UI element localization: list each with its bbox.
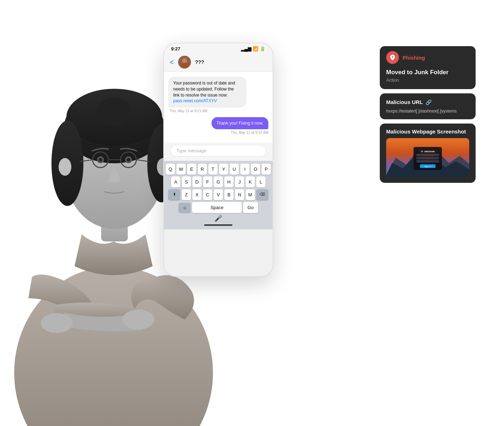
- key-t[interactable]: T: [208, 164, 218, 175]
- svg-point-19: [41, 313, 73, 333]
- key-c[interactable]: C: [203, 189, 212, 200]
- svg-point-20: [122, 310, 154, 329]
- messages-area: Your password is out of date and needs t…: [164, 72, 273, 143]
- message-received: Your password is out of date and needs t…: [168, 77, 246, 108]
- key-f[interactable]: F: [203, 176, 212, 187]
- message-input[interactable]: Type message: [170, 145, 266, 157]
- key-k[interactable]: K: [246, 176, 255, 187]
- message-sent: Thank you! Fixing it now.: [212, 117, 268, 129]
- message-time-2: Thu, May 11 at 9:22 AM: [231, 131, 268, 135]
- malicious-url-title: Malicious URL: [386, 99, 423, 105]
- key-m[interactable]: M: [246, 189, 255, 200]
- svg-point-17: [59, 158, 71, 176]
- key-a[interactable]: A: [171, 176, 180, 187]
- key-space[interactable]: Space: [192, 202, 242, 213]
- key-e[interactable]: E: [187, 164, 196, 175]
- cards-container: Phishing Moved to Junk Folder Action Mal…: [380, 46, 476, 183]
- back-button[interactable]: <: [170, 58, 174, 66]
- message-time-1: Thu, May 11 at 9:21 AM: [170, 109, 268, 113]
- phone-mockup: 9:27 ▂▄▆ 📶 🔋 < ??? Your password is: [163, 43, 273, 277]
- keyboard-row-1: Q W E R T Y U I O P: [165, 164, 271, 175]
- key-go[interactable]: Go: [243, 202, 258, 213]
- keyboard-bottom-row: ☺ Space Go: [165, 202, 271, 213]
- key-shift[interactable]: ⬆: [168, 189, 180, 200]
- phishing-card: Phishing Moved to Junk Folder Action: [380, 46, 476, 89]
- key-w[interactable]: W: [176, 164, 186, 175]
- key-z[interactable]: Z: [182, 189, 191, 200]
- status-icons: ▂▄▆ 📶 🔋: [241, 46, 265, 51]
- key-i[interactable]: I: [240, 164, 250, 175]
- key-h[interactable]: H: [224, 176, 234, 187]
- svg-point-23: [181, 63, 188, 69]
- key-x[interactable]: X: [192, 189, 202, 200]
- key-b[interactable]: B: [224, 189, 234, 200]
- key-y[interactable]: Y: [219, 164, 228, 175]
- key-v[interactable]: V: [214, 189, 223, 200]
- phishing-label: Phishing: [402, 55, 425, 61]
- url-header: Malicious URL 🔗: [386, 99, 469, 105]
- key-s[interactable]: S: [182, 176, 191, 187]
- mic-icon: 🎤: [165, 214, 271, 222]
- phishing-card-title: Moved to Junk Folder: [386, 69, 469, 76]
- key-r[interactable]: R: [198, 164, 207, 175]
- malicious-url-text: hxxps://testalert[.]slashnext[.]systems: [386, 109, 469, 114]
- svg-point-7: [97, 98, 132, 126]
- svg-text:Sign In: Sign In: [424, 165, 431, 168]
- key-emoji[interactable]: ☺: [179, 203, 191, 213]
- svg-rect-31: [416, 160, 439, 163]
- phishing-icon: [386, 51, 399, 64]
- key-d[interactable]: D: [192, 176, 202, 187]
- svg-point-22: [182, 58, 187, 63]
- key-l[interactable]: L: [256, 176, 265, 187]
- key-j[interactable]: J: [235, 176, 244, 187]
- battery-icon: 🔋: [260, 46, 265, 51]
- key-n[interactable]: N: [235, 189, 244, 200]
- contact-name: ???: [195, 59, 204, 65]
- key-delete[interactable]: ⌫: [256, 189, 268, 200]
- svg-point-10: [99, 158, 102, 162]
- avatar: [178, 56, 191, 69]
- keyboard: Q W E R T Y U I O P A S D F G H J K: [164, 161, 273, 229]
- screenshot-preview: 🐦 welcome Sign In: [386, 138, 469, 177]
- key-g[interactable]: G: [214, 176, 223, 187]
- key-p[interactable]: P: [262, 164, 271, 175]
- key-q[interactable]: Q: [166, 164, 175, 175]
- svg-text:🐦 welcome: 🐦 welcome: [421, 150, 435, 153]
- wifi-icon: 📶: [253, 46, 258, 51]
- svg-point-13: [127, 158, 130, 162]
- key-o[interactable]: O: [251, 164, 260, 175]
- screenshot-card: Malicious Webpage Screenshot: [380, 124, 476, 183]
- keyboard-row-2: A S D F G H J K L: [165, 176, 271, 187]
- home-indicator: [204, 224, 232, 226]
- phishing-header: Phishing: [386, 51, 469, 64]
- key-u[interactable]: U: [230, 164, 239, 175]
- nav-bar: < ???: [164, 53, 273, 72]
- malicious-url-card: Malicious URL 🔗 hxxps://testalert[.]slas…: [380, 93, 476, 119]
- keyboard-row-3: ⬆ Z X C V B N M ⌫: [165, 189, 271, 200]
- link-icon: 🔗: [426, 99, 432, 105]
- message-input-placeholder: Type message: [176, 148, 207, 153]
- status-bar: 9:27 ▂▄▆ 📶 🔋: [164, 43, 273, 53]
- svg-rect-30: [416, 157, 439, 159]
- signal-icon: ▂▄▆: [241, 46, 251, 51]
- screenshot-title: Malicious Webpage Screenshot: [386, 129, 469, 135]
- status-time: 9:27: [171, 46, 180, 51]
- phishing-card-subtitle: Action: [386, 77, 469, 83]
- svg-rect-29: [416, 154, 439, 156]
